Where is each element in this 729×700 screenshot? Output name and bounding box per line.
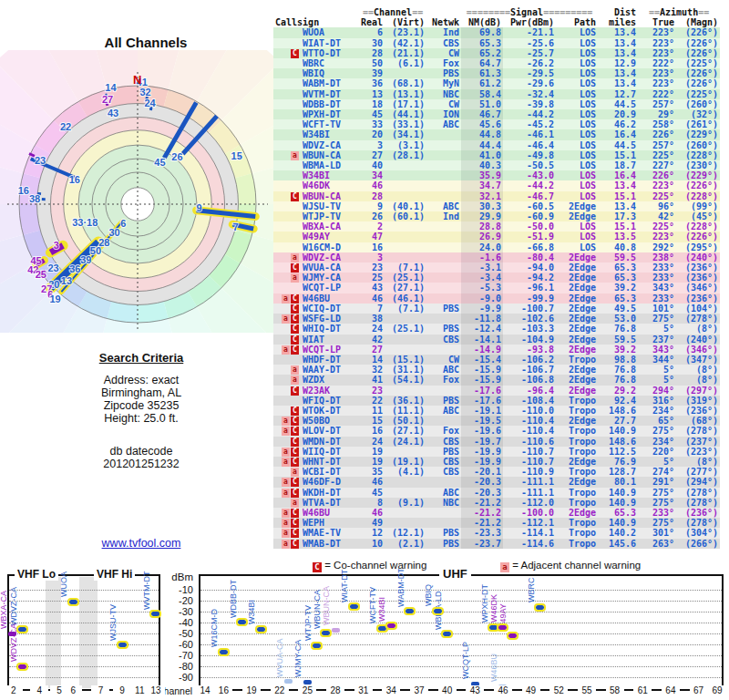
signal-bar: [69, 600, 77, 604]
signal-bar-label: W46DK: [489, 594, 498, 623]
signal-bar: [18, 664, 26, 669]
radar-channel-label: 43: [108, 108, 118, 118]
channel-tick-label: 14: [196, 685, 214, 695]
signal-bar-label: WCFT-TV: [368, 587, 377, 623]
gridline: [9, 590, 159, 591]
signal-bar: [257, 627, 265, 632]
channel-tick-label: 46: [494, 685, 512, 695]
table-row: WHDF-DT14(15.1)CW-15.4-106.2Tropo98.8344…: [273, 355, 720, 365]
table-row: W34BI20(34.1)44.8-46.1LOS16.4226°(229°): [273, 129, 720, 139]
channel-tick-label: 31: [354, 685, 373, 695]
signal-bar-label: WIAT-DT: [340, 569, 349, 602]
radar-channel-label: 23: [35, 155, 46, 166]
signal-bar: [284, 679, 293, 684]
legend-adj-text: = Adjacent channel warning: [509, 560, 641, 571]
table-row: aWBUN-CA27(28.1)41.0-49.8LOS15.1225°(228…: [273, 150, 720, 160]
table-row: WTJP-TV26(60.1)Ind29.9-60.92Edge17.342°(…: [273, 211, 720, 221]
page-title: All Channels: [55, 35, 237, 50]
signal-bar: [406, 609, 414, 613]
signal-bar: [536, 605, 544, 610]
signal-bar-label: WDVZ-CA: [9, 587, 18, 625]
signal-bar: [489, 625, 498, 630]
table-row: aWCBI-DT35(4.1)CBS-20.1-110.9Tropo128.72…: [273, 467, 720, 477]
channel-tick-label: 37: [410, 685, 428, 695]
dbm-tick-label: -70: [162, 650, 193, 661]
signal-bar: [498, 625, 507, 630]
gridline: [9, 677, 159, 678]
signal-bar-label: WBIQ: [424, 584, 433, 606]
signal-bar-label: WTJP-TV: [303, 605, 313, 641]
channel-tick-label: 49: [522, 685, 540, 695]
radar-channel-label: 50: [90, 245, 101, 256]
table-row: WVTM-DT13(13.1)NBC58.4-32.4LOS12.7222°(2…: [273, 89, 720, 99]
dbm-tick-label: -20: [162, 595, 193, 606]
channel-tick-label: 52: [549, 685, 568, 695]
radar-channel-label: 39: [80, 254, 91, 265]
gridline: [9, 623, 159, 623]
uhf-band-label: UHF: [439, 567, 471, 581]
table-row: aCW50BO15(50.1)-19.5-110.42Edge27.765°(6…: [273, 416, 720, 426]
table-row: aCWEPH49-21.2-112.1Tropo140.9275°(278°): [273, 518, 720, 528]
channel-tick-label: 58: [606, 685, 624, 695]
channel-tick-label: 40: [438, 685, 457, 695]
table-row: W16CM-D1624.0-66.8LOS40.8292°(295°): [273, 242, 720, 252]
channel-tick-label: 61: [633, 685, 652, 695]
adjacent-channel-badge: a: [500, 562, 509, 572]
table-row: W49AY4726.9-51.9LOS13.5223°(226°): [273, 232, 720, 242]
signal-bar: [322, 631, 330, 635]
search-criteria-lines: Address: exactBirmingham, ALZipcode 3523…: [50, 374, 232, 425]
signal-bar-label: WPXH-DT: [480, 584, 489, 623]
radar-channel-label: 25: [36, 269, 46, 280]
signal-table-head: ==Channel==========Signal=========Dist==…: [273, 7, 720, 27]
signal-bar: [387, 623, 395, 628]
signal-bar-label: W34BI: [377, 597, 386, 622]
north-letter: N: [133, 73, 141, 87]
table-row: aWZDX41(54.1)Fox-15.9-106.82Edge76.85°(8…: [273, 375, 720, 385]
tvfool-link[interactable]: www.tvfool.com: [102, 537, 181, 550]
table-row: CWBUN-CA2832.1-46.7LOS15.1225°(228°): [273, 191, 720, 201]
table-row: CWCIQ-DT7(7.1)PBS-9.9-100.72Edge49.5101°…: [273, 304, 720, 314]
gridline: [200, 590, 722, 591]
signal-bar-label: W16CM-D: [210, 609, 219, 647]
table-row: WBIQ39PBS61.3-29.5LOS13.4223°(226°): [273, 68, 720, 78]
dbm-tick-label: -40: [162, 617, 193, 628]
legend-adjacent-channel: a = Adjacent channel warning: [499, 560, 641, 572]
channel-tick-label: 28: [326, 685, 344, 695]
dbm-tick-label: -80: [162, 661, 193, 672]
channel-tick-label: 43: [466, 685, 484, 695]
table-row: W34BI3435.9-43.0LOS16.4226°(229°): [273, 170, 720, 180]
table-row: aCWLOV-DT16(27.1)Fox-19.6-110.4Tropo140.…: [273, 426, 720, 436]
table-row: aCWHNT-DT19(19.1)CBS-19.9-110.72Edge76.9…: [273, 457, 720, 467]
signal-table: ==Channel==========Signal=========Dist==…: [273, 7, 720, 549]
signal-bar: [313, 643, 321, 648]
legend-co-text: = Co-channel warning: [322, 560, 426, 571]
table-row: aCWIIQ-DT19PBS-19.9-110.7Tropo112.5220°(…: [273, 447, 720, 457]
vhf-hi-label: VHF Hi: [94, 568, 135, 581]
table-row: aCW46DF-D46-20.3-111.12Edge80.1291°(294°…: [273, 477, 720, 487]
table-row: aWJMY-CA25(25.1)-3.4-94.22Edge65.3233°(2…: [273, 273, 720, 283]
search-criteria-heading: Search Criteria: [50, 352, 232, 365]
channel-tick-label: 64: [662, 685, 680, 695]
channel-tick-label: 16: [214, 685, 232, 695]
signal-bar: [118, 643, 127, 647]
signal-table-body: WUOA6(23.1)Ind69.8-21.1LOS13.4223°(226°)…: [273, 27, 720, 548]
dbm-axis-label: dBm: [162, 571, 193, 582]
signal-bar: [378, 626, 386, 631]
table-row: WPXH-DT45(44.1)ION46.7-44.2LOS20.929°(32…: [273, 109, 720, 119]
channel-tick-label: 25: [298, 685, 316, 695]
table-row: WDBB-DT18(17.1)CW51.0-39.8LOS44.5257°(26…: [273, 99, 720, 109]
table-row: WJSU-TV9(40.1)ABC30.3-60.52Edge13.496°(9…: [273, 201, 720, 211]
gridline: [9, 612, 159, 612]
radar-channel-label: 45: [154, 157, 165, 168]
signal-bar: [443, 632, 451, 636]
dbm-tick-label: -50: [162, 628, 193, 639]
channel-tick-label: 2: [5, 685, 23, 695]
table-row: CWTTO-DT28(21.1)CW65.2-25.7LOS13.4223°(2…: [273, 48, 720, 58]
table-row: CWTOK-DT11(11.1)ABC-19.1-110.0Tropo148.6…: [273, 406, 720, 416]
signal-bar: [238, 620, 246, 624]
table-row: CW23AK23-17.6-96.42Edge29.2294°(297°): [273, 386, 720, 396]
signal-bar: [220, 650, 228, 654]
search-criteria: Search Criteria Address: exactBirmingham…: [50, 352, 232, 470]
radar-channel-label: 6: [120, 218, 126, 229]
table-row: CWMDN-DT24(24.1)CBS-19.7-110.6Tropo148.6…: [273, 437, 720, 447]
